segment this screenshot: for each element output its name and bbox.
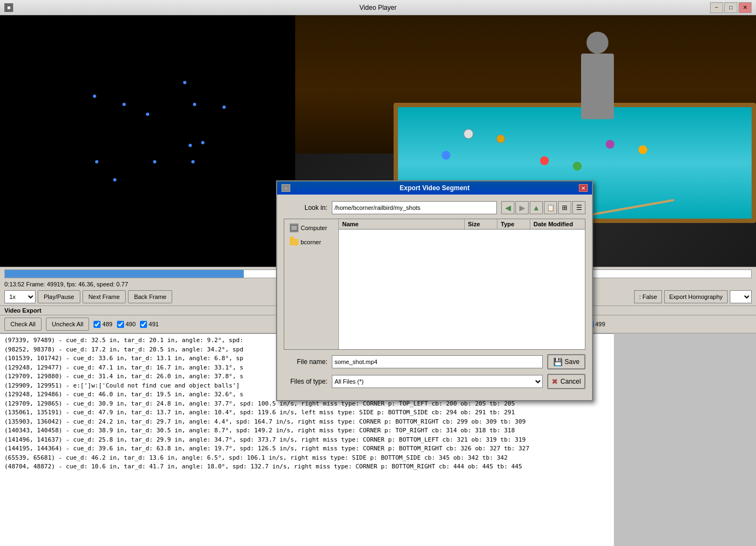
export-homography-button[interactable]: Export Homography <box>664 290 728 303</box>
export-label: Video Export <box>4 307 42 314</box>
tracking-dot <box>95 160 98 163</box>
nav-back-button[interactable]: ◀ <box>501 201 514 214</box>
filetype-label: Files of type: <box>284 378 327 385</box>
filename-label: File name: <box>284 358 327 366</box>
tracking-dot <box>183 81 186 84</box>
dialog-title: Export Video Segment <box>400 184 470 192</box>
minimize-button[interactable]: − <box>710 2 723 13</box>
person <box>576 32 619 152</box>
save-icon: 💾 <box>553 357 562 366</box>
log-line: (140343, 140458) - cue_d: 38.9 in, tar_d… <box>4 426 610 436</box>
filename-row: File name: 💾 Save <box>284 354 585 369</box>
nav-clipboard-button[interactable]: 📋 <box>544 201 557 214</box>
tracking-dot <box>146 113 149 116</box>
checkbox-491: 491 <box>140 321 159 328</box>
tracking-dot <box>193 103 196 106</box>
nav-up-button[interactable]: ▲ <box>530 201 543 214</box>
col-size: Size <box>465 219 497 229</box>
nav-grid-button[interactable]: ⊞ <box>558 201 571 214</box>
tracking-dot <box>153 160 156 163</box>
play-pause-button[interactable]: Play/Pause <box>38 290 80 303</box>
tracking-dot <box>201 141 204 144</box>
maximize-button[interactable]: □ <box>724 2 737 13</box>
file-sidebar: Computer bcorner <box>284 219 339 349</box>
file-table-header: Name Size Type Date Modified <box>339 219 585 230</box>
col-name: Name <box>339 219 465 229</box>
timeline-thumb <box>5 270 244 278</box>
file-table-body[interactable] <box>339 230 585 349</box>
checkbox-491-input[interactable] <box>140 321 147 328</box>
window-controls: − □ ✕ <box>710 2 752 13</box>
filetype-row: Files of type: All Files (*) ✖ Cancel <box>284 374 585 389</box>
title-bar: ■ Video Player − □ ✕ <box>0 0 756 15</box>
checkbox-489-label: 489 <box>102 321 112 327</box>
video-left <box>0 15 295 267</box>
folder-icon <box>290 239 298 245</box>
speed-select[interactable]: 1x 0.25x 0.5x 2x 4x <box>4 290 36 303</box>
path-input[interactable] <box>332 201 497 214</box>
video-left-canvas <box>0 15 295 267</box>
back-frame-button[interactable]: Back Frame <box>128 290 172 303</box>
log-line: (141496, 141637) - cue_d: 25.8 in, tar_d… <box>4 436 610 445</box>
export-dialog: − Export Video Segment ✕ Look in: ◀ ▶ ▲ … <box>276 180 593 401</box>
dialog-title-bar: − Export Video Segment ✕ <box>277 181 592 195</box>
computer-icon <box>290 224 298 232</box>
computer-label: Computer <box>301 225 327 231</box>
cancel-icon: ✖ <box>552 377 558 386</box>
checkbox-489-input[interactable] <box>93 321 101 328</box>
checkbox-489: 489 <box>93 321 112 328</box>
checkbox-491-label: 491 <box>149 321 159 327</box>
log-line: (135903, 136042) - cue_d: 24.2 in, tar_d… <box>4 418 610 427</box>
tracking-dot <box>93 95 96 98</box>
tracking-dot <box>222 105 226 109</box>
checkbox-490-input[interactable] <box>117 321 124 328</box>
log-line: (144195, 144364) - cue_d: 39.6 in, tar_d… <box>4 444 610 454</box>
sidebar-item-computer[interactable]: Computer <box>286 221 336 234</box>
log-line: (135061, 135191) - cue_d: 47.9 in, tar_d… <box>4 408 610 418</box>
tracking-dot <box>189 144 192 147</box>
col-type: Type <box>497 219 530 229</box>
checkbox-490: 490 <box>117 321 136 328</box>
homog-select[interactable] <box>730 290 752 303</box>
nav-list-button[interactable]: ☰ <box>572 201 585 214</box>
checkbox-490-label: 490 <box>126 321 136 327</box>
tracking-dot <box>191 160 195 163</box>
dialog-minimize-button[interactable]: − <box>282 184 290 192</box>
tracking-dot <box>122 103 126 106</box>
nav-buttons: ◀ ▶ ▲ 📋 ⊞ ☰ <box>501 201 585 214</box>
cancel-label: Cancel <box>560 378 581 385</box>
bcorner-label: bcorner <box>301 239 321 245</box>
nav-forward-button[interactable]: ▶ <box>515 201 529 214</box>
sidebar-item-bcorner[interactable]: bcorner <box>286 237 336 248</box>
filetype-select[interactable]: All Files (*) <box>332 375 543 388</box>
cancel-button[interactable]: ✖ Cancel <box>547 374 585 389</box>
false-button[interactable]: : False <box>634 290 662 303</box>
dialog-close-button[interactable]: ✕ <box>579 184 588 192</box>
filename-input[interactable] <box>332 355 543 368</box>
status-text: 0:13:52 Frame: 49919, fps: 46.36, speed:… <box>4 281 128 287</box>
save-label: Save <box>565 358 579 366</box>
uncheck-all-button[interactable]: Uncheck All <box>46 318 89 331</box>
file-browser: Computer bcorner Name Size Type Date Mod… <box>284 219 585 350</box>
look-in-label: Look in: <box>284 204 327 212</box>
look-in-row: Look in: ◀ ▶ ▲ 📋 ⊞ ☰ <box>284 201 585 214</box>
save-button[interactable]: 💾 Save <box>547 354 585 369</box>
checkbox-499-label: 499 <box>595 321 605 327</box>
col-date: Date Modified <box>530 219 585 229</box>
window-title: Video Player <box>360 4 397 11</box>
file-main: Name Size Type Date Modified <box>339 219 585 349</box>
log-line: (65539, 65681) - cue_d: 46.2 in, tar_d: … <box>4 454 610 463</box>
next-frame-button[interactable]: Next Frame <box>83 290 126 303</box>
dialog-body: Look in: ◀ ▶ ▲ 📋 ⊞ ☰ Computer <box>277 195 592 400</box>
tracking-dot <box>113 178 116 181</box>
close-button[interactable]: ✕ <box>739 2 752 13</box>
title-bar-left: ■ <box>4 3 13 12</box>
log-line: (48704, 48872) - cue_d: 10.6 in, tar_d: … <box>4 462 610 472</box>
check-all-button[interactable]: Check All <box>4 318 42 331</box>
app-icon: ■ <box>4 3 13 12</box>
